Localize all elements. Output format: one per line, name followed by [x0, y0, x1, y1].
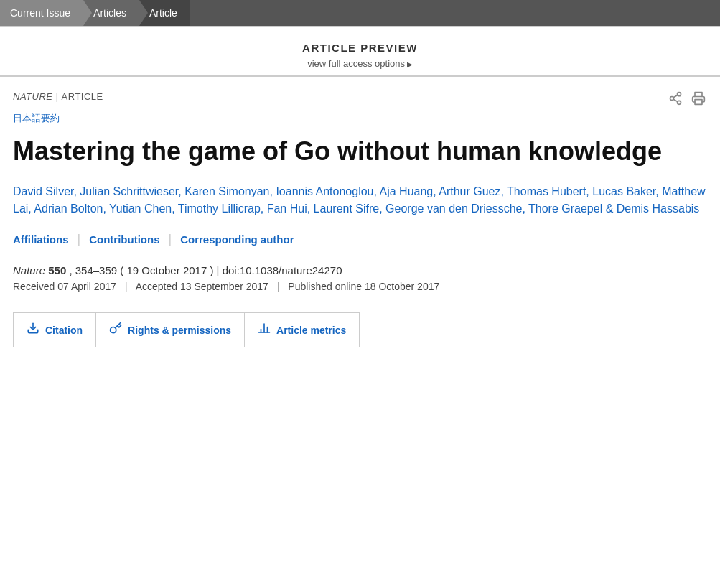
tab-corresponding[interactable]: Corresponding author	[180, 233, 294, 246]
svg-line-3	[673, 99, 678, 101]
header-icons	[668, 91, 706, 109]
citation-button[interactable]: Citation	[14, 313, 96, 347]
rights-button-label: Rights & permissions	[128, 325, 231, 336]
view-full-access-link[interactable]: view full access options	[307, 58, 413, 69]
article-label: NATURE | ARTICLE	[13, 91, 103, 102]
dates-info: Received 07 April 2017 | Accepted 13 Sep…	[13, 281, 706, 292]
dates-sep-2: |	[277, 281, 280, 292]
svg-line-4	[673, 95, 678, 97]
article-content: NATURE | ARTICLE 日本語要約 Masteri	[0, 77, 720, 362]
dates-sep-1: |	[125, 281, 128, 292]
authors-list: David Silver, Julian Schrittwieser, Kare…	[13, 183, 706, 218]
print-icon[interactable]	[691, 91, 706, 109]
journal-name-label: NATURE	[13, 91, 52, 102]
metrics-button[interactable]: Article metrics	[245, 313, 359, 347]
rights-button[interactable]: Rights & permissions	[96, 313, 245, 347]
accepted-date: Accepted 13 September 2017	[136, 281, 268, 292]
metrics-button-label: Article metrics	[276, 325, 346, 336]
citation-info: Nature 550 , 354–359 ( 19 October 2017 )…	[13, 264, 706, 276]
share-icon[interactable]	[668, 91, 683, 109]
action-buttons: Citation Rights & permissions Article	[13, 312, 360, 347]
article-preview-banner: ARTICLE PREVIEW view full access options	[0, 27, 720, 76]
preview-banner-title: ARTICLE PREVIEW	[0, 42, 720, 54]
japanese-summary-link[interactable]: 日本語要約	[13, 112, 706, 125]
citation-download-icon	[27, 322, 39, 338]
journal-name: Nature	[13, 264, 45, 276]
pages-text: ,	[69, 264, 75, 276]
published-date: Published online 18 October 2017	[288, 281, 439, 292]
tab-affiliations[interactable]: Affiliations	[13, 233, 69, 246]
pub-date: 19 October 2017	[127, 264, 207, 276]
tab-sep-2: |	[169, 232, 172, 247]
article-title: Mastering the game of Go without human k…	[13, 136, 706, 166]
received-date: Received 07 April 2017	[13, 281, 116, 292]
rights-key-icon	[109, 322, 122, 338]
authors-text: David Silver, Julian Schrittwieser, Kare…	[13, 185, 706, 215]
pages: 354–359	[75, 264, 117, 276]
article-tabs: Affiliations | Contributions | Correspon…	[13, 232, 706, 247]
metrics-chart-icon	[258, 322, 271, 338]
citation-button-label: Citation	[45, 325, 83, 336]
breadcrumb: Current Issue Articles Article	[0, 0, 720, 26]
tab-sep-1: |	[78, 232, 81, 247]
date-paren: (	[120, 264, 123, 276]
volume-number: 550	[48, 264, 66, 276]
article-header-row: NATURE | ARTICLE	[13, 91, 706, 109]
breadcrumb-current-issue[interactable]: Current Issue	[0, 0, 83, 26]
date-close: )	[210, 264, 213, 276]
doi-separator: |	[217, 264, 223, 276]
doi: doi:10.1038/nature24270	[223, 264, 342, 276]
tab-contributions[interactable]: Contributions	[89, 233, 159, 246]
svg-rect-5	[695, 100, 702, 105]
article-type-separator: |	[56, 91, 62, 102]
article-type-label: ARTICLE	[62, 91, 103, 102]
